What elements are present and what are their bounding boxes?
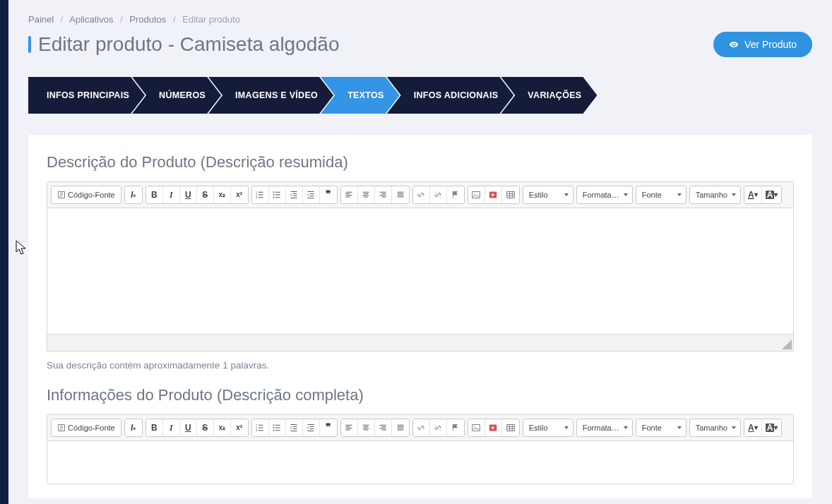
breadcrumb-separator: / (61, 14, 64, 25)
strike-button-2[interactable]: S (197, 419, 214, 436)
subscript-button[interactable]: x₂ (214, 186, 231, 203)
table-icon (506, 191, 515, 199)
align-justify-button[interactable] (392, 186, 409, 203)
align-center-button-2[interactable] (358, 419, 375, 436)
align-left-button[interactable] (341, 186, 358, 203)
size-select-2[interactable]: Tamanho (689, 419, 741, 437)
section-title-short: Descrição do Produto (Descrição resumida… (47, 153, 794, 172)
blockquote-button-2[interactable]: ❞ (320, 419, 337, 436)
svg-point-7 (474, 193, 475, 195)
source-icon (57, 424, 66, 432)
outdent-button[interactable] (286, 186, 303, 203)
table-button-2[interactable] (502, 419, 519, 436)
superscript-button[interactable]: x² (231, 186, 248, 203)
bulleted-list-button[interactable] (269, 186, 286, 203)
bold-button-2[interactable]: B (146, 419, 163, 436)
underline-button[interactable]: U (180, 186, 197, 203)
text-color-button-2[interactable]: A▾ (744, 419, 762, 436)
image-button-2[interactable] (468, 419, 485, 436)
align-right-icon (379, 424, 387, 432)
eye-icon (729, 40, 739, 49)
source-label-2: Código-Fonte (68, 424, 115, 432)
svg-rect-16 (473, 425, 480, 431)
blockquote-button[interactable]: ❞ (320, 186, 337, 203)
flag-icon (451, 191, 460, 199)
ul-icon (273, 191, 281, 199)
align-left-button-2[interactable] (341, 419, 358, 436)
breadcrumb-link-aplicativos[interactable]: Aplicativos (69, 14, 113, 25)
table-icon (506, 424, 515, 432)
size-select-label: Tamanho (696, 191, 727, 199)
breadcrumb: Painel / Aplicativos / Produtos / Editar… (28, 14, 812, 25)
font-select-label: Fonte (642, 191, 662, 199)
editor-area-full[interactable] (47, 441, 793, 484)
style-select-2[interactable]: Estilo (523, 419, 574, 437)
breadcrumb-link-painel[interactable]: Painel (28, 14, 54, 25)
svg-rect-9 (506, 192, 514, 198)
align-right-button[interactable] (375, 186, 392, 203)
indent-button[interactable] (303, 186, 320, 203)
embed-icon (489, 424, 497, 432)
bulleted-list-button-2[interactable] (269, 419, 286, 436)
flag-icon (451, 424, 460, 432)
embed-button[interactable] (485, 186, 502, 203)
underline-button-2[interactable]: U (180, 419, 197, 436)
table-button[interactable] (502, 186, 519, 203)
step-variacoes[interactable]: VARIAÇÕES (501, 77, 597, 114)
italic-button[interactable]: I (163, 186, 180, 203)
step-infos-principais[interactable]: INFOS PRINCIPAIS (28, 77, 145, 114)
strike-button[interactable]: S (197, 186, 214, 203)
link-button[interactable] (413, 186, 430, 203)
bold-button[interactable]: B (146, 186, 163, 203)
svg-rect-6 (473, 192, 480, 198)
breadcrumb-link-produtos[interactable]: Produtos (129, 14, 166, 25)
format-select[interactable]: Formata… (576, 186, 633, 204)
image-button[interactable] (468, 186, 485, 203)
align-justify-icon (396, 424, 405, 432)
remove-format-button-2[interactable]: Iₓ (125, 419, 142, 436)
superscript-button-2[interactable]: x² (231, 419, 248, 436)
unlink-button-2[interactable] (430, 419, 447, 436)
text-color-button[interactable]: A▾ (744, 186, 762, 203)
style-select[interactable]: Estilo (523, 186, 574, 204)
align-justify-icon (396, 191, 405, 199)
italic-button-2[interactable]: I (163, 419, 180, 436)
align-justify-button-2[interactable] (392, 419, 409, 436)
numbered-list-button[interactable]: 123 (252, 186, 269, 203)
view-product-button[interactable]: Ver Produto (713, 32, 812, 57)
align-center-button[interactable] (358, 186, 375, 203)
editor-full: Código-Fonte Iₓ B I U S x₂ x² 123 (47, 414, 794, 484)
source-button-2[interactable]: Código-Fonte (52, 419, 121, 436)
editor-resize-handle[interactable] (47, 334, 793, 351)
svg-text:3: 3 (256, 429, 257, 432)
outdent-button-2[interactable] (286, 419, 303, 436)
link-button-2[interactable] (413, 419, 430, 436)
source-button[interactable]: Código-Fonte (52, 186, 121, 203)
link-icon (417, 191, 425, 199)
embed-icon (489, 191, 497, 199)
unlink-button[interactable] (430, 186, 447, 203)
anchor-button[interactable] (447, 186, 464, 203)
font-select-2[interactable]: Fonte (636, 419, 687, 437)
embed-button-2[interactable] (485, 419, 502, 436)
numbered-list-button-2[interactable]: 123 (252, 419, 269, 436)
size-select[interactable]: Tamanho (689, 186, 741, 204)
image-icon (472, 424, 480, 432)
step-infos-adicionais[interactable]: INFOS ADICIONAIS (387, 77, 514, 114)
subscript-button-2[interactable]: x₂ (214, 419, 231, 436)
format-select-label: Formata… (583, 191, 619, 199)
anchor-button-2[interactable] (447, 419, 464, 436)
align-left-icon (345, 424, 353, 432)
indent-button-2[interactable] (303, 419, 320, 436)
bg-color-button[interactable]: A▾ (762, 186, 782, 203)
step-imagens-video[interactable]: IMAGENS E VÍDEO (208, 77, 333, 114)
font-select[interactable]: Fonte (636, 186, 687, 204)
align-right-button-2[interactable] (375, 419, 392, 436)
format-select-2[interactable]: Formata… (576, 419, 633, 437)
source-label: Código-Fonte (68, 191, 115, 199)
editor-area-short[interactable] (47, 208, 793, 334)
bg-color-button-2[interactable]: A▾ (762, 419, 782, 436)
remove-format-button[interactable]: Iₓ (125, 186, 142, 203)
image-icon (472, 191, 480, 199)
step-numeros[interactable]: NÚMEROS (132, 77, 221, 114)
